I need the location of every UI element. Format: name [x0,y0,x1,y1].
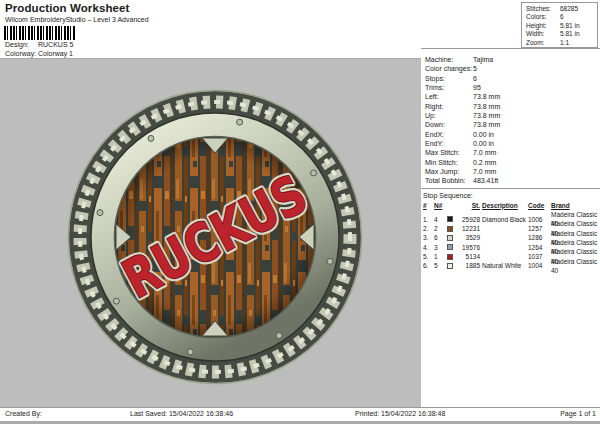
rivet-icon [187,349,193,355]
info-label: Total Bobbin: [425,176,473,185]
info-value: 7.0 mm [473,167,496,176]
stat-label: Colors: [526,13,560,21]
design-label: Design: [5,40,38,49]
info-label: Trims: [425,83,473,92]
info-label: Right: [425,102,473,111]
col-st: St. [457,201,482,210]
info-value: 95 [473,83,481,92]
col-description: Description [482,201,528,210]
info-label: Left: [425,92,473,101]
barcode-icon [4,26,76,40]
col-brand: Brand [551,201,600,210]
machine-info-row: Left:73.8 mm [425,92,600,101]
rivet-icon [327,258,333,264]
info-value: 73.8 mm [473,120,500,129]
stat-row: Width:5.81 in [526,30,597,38]
stat-row: Height:5.81 in [526,22,597,30]
col-n: N# [434,201,447,210]
design-meta: Design: RUCKUS 5 Colorway: Colorway 1 [5,40,73,58]
stat-value: 5.81 in [560,22,580,30]
info-label: Min Stitch: [425,158,473,167]
stop-sequence-table: # N# St. Description Code Brand 1.4 2592… [423,201,600,266]
stat-value: 5.81 in [560,30,580,38]
colorway-label: Colorway: [5,49,38,58]
info-label: Down: [425,120,473,129]
machine-info-row: Color changes:5 [425,64,600,73]
info-value: 0.00 in [473,139,494,148]
stat-row: Colors:6 [526,13,597,21]
info-value: Tajima [473,55,493,64]
machine-info-row: Machine:Tajima [425,55,600,64]
stat-row: Stitches:68285 [526,5,597,13]
rivet-icon [97,210,103,216]
thread-color-swatch [447,226,453,232]
info-value: 0.2 mm [473,158,496,167]
page-title: Production Worksheet [5,2,129,14]
info-label: Max Jump: [425,167,473,176]
colorway-value: Colorway 1 [38,49,73,58]
stat-label: Zoom: [526,39,560,47]
stat-label: Height: [526,22,560,30]
machine-info-row: Trims:95 [425,83,600,92]
printed-text: Printed: 15/04/2022 16:38:48 [355,410,445,417]
page-number: Page 1 of 1 [560,410,596,417]
info-label: Stops: [425,74,473,83]
footer: Created By: Last Saved: 15/04/2022 16:38… [0,407,600,424]
info-value: 7.0 mm [473,148,496,157]
machine-info-row: Max Jump:7.0 mm [425,167,600,176]
stat-value: 68285 [560,5,578,13]
thread-color-swatch [447,235,453,241]
info-label: Max Stitch: [425,148,473,157]
stop-sequence-section: Stop Sequence: # N# St. Description Code… [421,188,600,266]
info-value: 73.8 mm [473,102,500,111]
rivet-icon [113,298,119,304]
machine-info-row: Down:73.8 mm [425,120,600,129]
col-code: Code [528,201,551,210]
last-saved-text: Last Saved: 15/04/2022 16:38:46 [130,410,233,417]
production-worksheet-page: { "header": { "title": "Production Works… [0,0,600,424]
machine-info-row: Max Stitch:7.0 mm [425,148,600,157]
design-value: RUCKUS 5 [38,40,73,49]
info-value: 73.8 mm [473,111,500,120]
machine-info-row: EndX:0.00 in [425,130,600,139]
stat-row: Zoom:1:1 [526,39,597,47]
stat-label: Width: [526,30,560,38]
thread-color-swatch [447,244,453,250]
design-canvas: RUCKUS RUCKUS [0,59,421,407]
info-label: EndY: [425,139,473,148]
design-row: Design: RUCKUS 5 [5,40,73,49]
stat-value: 6 [560,13,564,21]
info-label: Color changes: [425,64,473,73]
info-label: EndX: [425,130,473,139]
machine-info-row: Min Stitch:0.2 mm [425,158,600,167]
app-subtitle: Wilcom EmbroideryStudio – Level 3 Advanc… [5,16,149,23]
info-value: 6 [473,74,477,83]
rivet-icon [276,333,282,339]
created-by-label: Created By: [5,410,42,417]
info-value: 5 [473,64,477,73]
rivet-icon [148,135,154,141]
stat-label: Stitches: [526,5,560,13]
stop-sequence-header: # N# St. Description Code Brand [423,201,600,210]
stop-sequence-title: Stop Sequence: [423,191,600,200]
stat-value: 1:1 [560,39,569,47]
info-value: 73.8 mm [473,92,500,101]
info-value: 0.00 in [473,130,494,139]
colorway-row: Colorway: Colorway 1 [5,49,73,58]
machine-info: Machine:Tajima Color changes:5 Stops:6 T… [421,49,600,186]
stats-box: Stitches:68285 Colors:6 Height:5.81 in W… [521,2,598,48]
info-value: 483.41ft [473,176,498,185]
thread-color-swatch [447,216,453,222]
rivet-icon [237,119,243,125]
info-label: Up: [425,111,473,120]
machine-info-row: Stops:6 [425,74,600,83]
machine-info-row: Right:73.8 mm [425,102,600,111]
thread-color-swatch [447,254,453,260]
machine-info-row: Total Bobbin:483.41ft [425,176,600,185]
col-num: # [423,201,434,210]
right-panel: Machine:Tajima Color changes:5 Stops:6 T… [421,48,600,407]
embroidery-badge: RUCKUS RUCKUS [65,87,365,387]
thread-row: 1.4 25928Diamond Black 1006Madeira Class… [423,210,600,219]
machine-info-row: EndY:0.00 in [425,139,600,148]
info-label: Machine: [425,55,473,64]
